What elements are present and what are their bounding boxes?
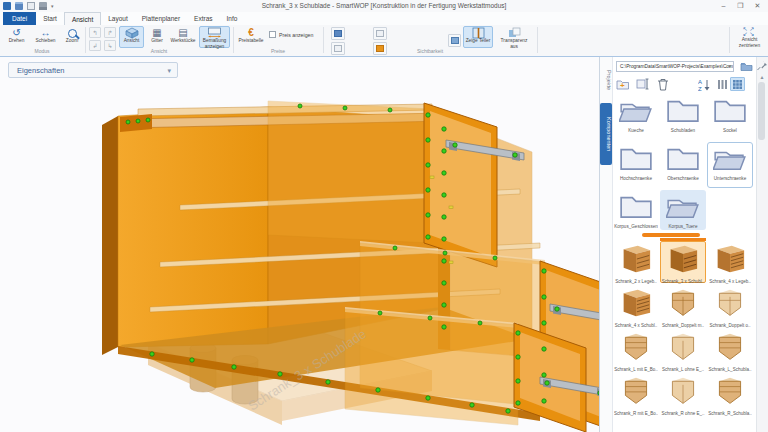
folder-tile[interactable]: Hochschraenke — [613, 142, 659, 182]
rename-button[interactable] — [635, 77, 650, 91]
minimize-button[interactable]: – — [715, 0, 732, 11]
export-icon[interactable] — [27, 2, 35, 10]
drehen-button[interactable]: ↺ Drehen — [3, 26, 30, 48]
thumbnail-tile[interactable]: Schrank_L ohne E_.. — [660, 329, 706, 371]
preistabelle-button[interactable]: € Preistabelle — [236, 26, 266, 48]
vertical-scrollbar-thumb[interactable] — [758, 82, 765, 140]
3d-viewport-canvas[interactable]: Schrank_3 x Schublade — [0, 57, 600, 432]
zoom-button[interactable]: Zoom — [61, 26, 83, 48]
thumbnail-label: Schrank_Doppelt m.. — [661, 323, 705, 328]
show-fronts-toggle[interactable] — [331, 27, 345, 40]
horizontal-scrollbar-thumb[interactable] — [642, 233, 700, 237]
thumbnail-label: Schrank_2 x Legeb.. — [614, 279, 658, 284]
qat-dropdown-icon[interactable]: ▾ — [51, 3, 54, 9]
folder-tile[interactable]: Sockel — [707, 94, 753, 134]
side-tab-projekte[interactable]: Projekte — [600, 60, 612, 100]
thumbnail-label: Schrank_4 x Legeb.. — [708, 279, 752, 284]
folder-tile[interactable]: Oberschraenke — [660, 142, 706, 182]
cabinet-thumbnail — [616, 288, 656, 318]
ansicht-zentrieren-button[interactable]: ↖↗↙↘ Ansicht zentrieren — [733, 26, 766, 48]
show-tops-toggle[interactable] — [373, 27, 387, 40]
close-button[interactable]: ✕ — [749, 0, 766, 11]
folder-label: Schubladen — [661, 128, 705, 133]
bemassung-anzeigen-button[interactable]: Bemaßung anzeigen — [199, 26, 230, 48]
tab-plattenplaner[interactable]: Plattenplaner — [135, 12, 187, 25]
zeige-teiler-button[interactable]: Zeige Teiler — [463, 26, 493, 48]
new-folder-button[interactable]: + — [615, 77, 630, 91]
thumbnail-tile[interactable]: Schrank_L mit E_Bo.. — [613, 329, 659, 371]
folder-tile-selected[interactable]: Unterschraenke — [707, 142, 753, 188]
thumbnail-tile[interactable]: Schrank_R_Schubla.. — [707, 373, 753, 415]
thumbnail-label: Schrank_R ohne E_.. — [661, 411, 705, 416]
thumbnail-label: Schrank_L_Schubla.. — [708, 367, 752, 372]
svg-text:A: A — [698, 79, 702, 85]
print-icon[interactable] — [39, 2, 47, 10]
save-icon[interactable] — [15, 2, 23, 10]
folder-open-icon — [619, 97, 653, 123]
cabinet-thumbnail — [710, 244, 750, 274]
tab-info[interactable]: Info — [220, 12, 245, 25]
path-combobox[interactable]: C:\ProgramData\SmartWOP-Projects\Example… — [616, 61, 734, 72]
ansicht-view-button[interactable]: Ansicht — [119, 26, 144, 48]
maximize-button[interactable]: ❐ — [732, 0, 749, 11]
divider-icon — [472, 27, 485, 38]
grid-icon: ▦ — [152, 27, 161, 38]
folder-icon — [666, 145, 700, 171]
hardware-icon — [451, 37, 459, 44]
folder-label: Oberschraenke — [661, 176, 705, 181]
properties-panel-header[interactable]: Eigenschaften ▾ — [8, 62, 178, 78]
thumbnail-tile[interactable]: Schrank_R ohne E_.. — [660, 373, 706, 415]
tab-extras[interactable]: Extras — [187, 12, 219, 25]
folder-tile-highlighted[interactable]: Korpus_Tuere — [660, 190, 706, 230]
folder-tile[interactable]: Kueche — [613, 94, 659, 134]
thumbnail-tile[interactable]: Schrank_Doppelt m.. — [660, 285, 706, 327]
preis-anzeigen-checkbox[interactable] — [269, 31, 276, 38]
pin-icon[interactable] — [757, 59, 768, 71]
folder-icon — [619, 145, 653, 171]
top-panel-icon — [376, 30, 384, 37]
scroll-up-icon[interactable]: ▲ — [757, 74, 767, 80]
group-label-sichtbarkeit: Sichtbarkeit — [324, 48, 536, 54]
tab-start[interactable]: Start — [36, 12, 64, 25]
list-view-button[interactable] — [715, 77, 730, 91]
delete-button[interactable] — [655, 77, 670, 91]
sort-button[interactable]: A Z — [697, 77, 712, 91]
gitter-button[interactable]: ▦ Gitter — [146, 26, 168, 48]
folder-label: Sockel — [708, 128, 752, 133]
menu-bar: Datei Start Ansicht Layout Plattenplaner… — [0, 12, 768, 25]
path-dropdown-icon[interactable]: ▾ — [728, 62, 731, 71]
corner-cabinet-thumbnail — [710, 376, 750, 406]
new-folder-icon: + — [616, 78, 630, 90]
thumbnail-tile[interactable]: Schrank_4 x Schubl.. — [613, 285, 659, 327]
folder-tile[interactable]: Schubladen — [660, 94, 706, 134]
show-hardware-toggle[interactable] — [448, 34, 461, 47]
3d-viewport[interactable]: Schrank_3 x Schublade Eigenschaften ▾ — [0, 57, 600, 432]
thumbnail-tile[interactable]: Schrank_Doppelt o.. — [707, 285, 753, 327]
schieben-button[interactable]: ↔ Schieben — [31, 26, 60, 48]
corner-cabinet-thumbnail — [710, 332, 750, 362]
folder-tile[interactable]: Korpus_Geschlossen — [613, 190, 659, 230]
svg-text:Z: Z — [698, 86, 702, 91]
properties-label: Eigenschaften — [17, 66, 65, 75]
thumbnail-tile[interactable]: Schrank_L_Schubla.. — [707, 329, 753, 371]
tab-layout[interactable]: Layout — [101, 12, 135, 25]
thumbnail-tile[interactable]: Schrank_R mit E_Bo.. — [613, 373, 659, 415]
corner-cabinet-thumbnail — [663, 376, 703, 406]
werkstuecke-button[interactable]: ▤ Werkstücke — [169, 26, 197, 48]
tab-datei[interactable]: Datei — [3, 12, 36, 25]
thumbnail-tile[interactable]: Schrank_4 x Legeb.. — [707, 241, 753, 283]
grid-view-button[interactable] — [730, 77, 745, 91]
tab-ansicht[interactable]: Ansicht — [64, 12, 101, 25]
thumbnail-tile-selected[interactable]: Schrank_3 x Schubl.. — [660, 241, 706, 283]
cube-icon — [125, 27, 139, 38]
app-icon[interactable] — [3, 2, 11, 10]
transparenz-button[interactable]: Transparenz aus — [496, 26, 532, 48]
corner-cabinet-thumbnail — [663, 332, 703, 362]
cabinet-thumbnail — [616, 244, 656, 274]
view-rotate-left-icon[interactable]: ↰ — [89, 27, 101, 38]
browse-folder-button[interactable] — [738, 60, 754, 72]
side-tab-komponenten[interactable]: Komponenten — [600, 103, 612, 165]
thumbnail-tile[interactable]: Schrank_2 x Legeb.. — [613, 241, 659, 283]
folder-open-icon — [713, 145, 747, 171]
view-rotate-right-icon[interactable]: ↱ — [104, 27, 116, 38]
